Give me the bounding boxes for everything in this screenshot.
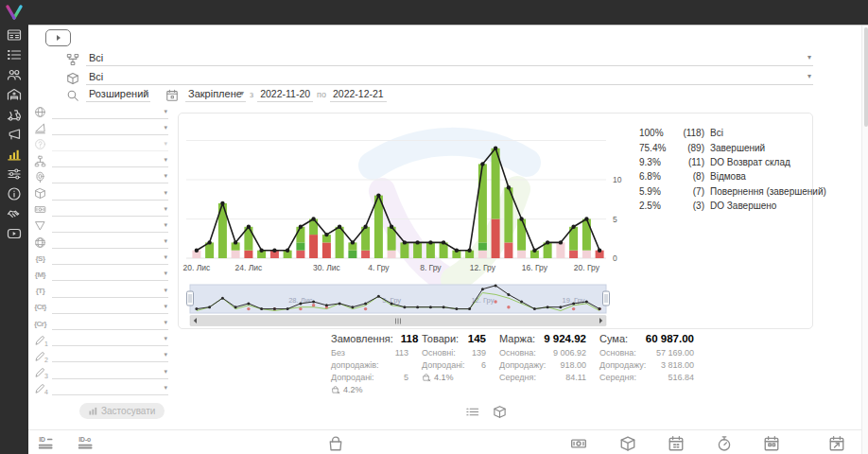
toolbar-stopwatch-icon[interactable] [714,435,735,452]
data-point[interactable] [286,249,289,253]
bar-segment[interactable] [232,251,240,258]
sidebar-item-orders-list-icon[interactable] [7,47,22,62]
data-point[interactable] [467,249,471,253]
bar-segment[interactable] [309,235,318,258]
data-point[interactable] [455,249,459,253]
toolbar-banknote-icon[interactable] [568,435,589,452]
view-toggle-cube-icon[interactable] [493,405,507,419]
filter-select[interactable]: ▾ [52,252,168,265]
bar-segment[interactable] [296,227,304,243]
legend-item[interactable]: 2.5% (3) DO Завершено [625,199,826,213]
data-point[interactable] [584,217,588,220]
data-point[interactable] [338,225,341,229]
bar-segment[interactable] [517,251,526,258]
date-from-input[interactable]: 2022-11-20 [257,88,313,102]
toolbar-cube-icon[interactable] [617,435,638,452]
filter-select[interactable]: ▾ [52,285,168,298]
navigator-handle-left[interactable] [187,291,194,306]
bar-segment[interactable] [348,251,356,258]
data-point[interactable] [532,249,536,253]
bar-segment[interactable] [244,251,252,258]
data-point[interactable] [207,240,211,244]
legend-item[interactable]: 6.8% (8) Відмова [625,169,826,183]
data-point[interactable] [195,249,199,253]
search-mode-select[interactable]: Розширений▾ [86,88,150,102]
tutorial-video-button[interactable] [45,29,71,46]
filter-select[interactable]: ▾ [52,301,168,314]
bar-segment[interactable] [478,242,487,250]
data-point[interactable] [428,240,432,244]
bar-segment[interactable] [374,196,383,258]
data-point[interactable] [299,225,303,229]
data-point[interactable] [220,201,224,205]
filter-select[interactable]: ▾ [52,268,168,281]
data-point[interactable] [559,240,563,244]
data-point[interactable] [442,240,445,244]
filter-select[interactable]: ▾ [52,187,168,201]
apply-button[interactable]: Застосувати [79,403,165,419]
navigator-handle-right[interactable] [603,291,610,306]
data-point[interactable] [351,240,355,244]
products-select[interactable]: Всі▾ [86,71,813,85]
data-point[interactable] [519,217,523,220]
toolbar-calendar-grid-icon[interactable] [761,435,782,452]
legend-item[interactable]: 9.3% (11) DO Возврат склад [625,155,826,169]
data-point[interactable] [363,225,367,229]
bar-segment[interactable] [296,251,304,258]
legend-item[interactable]: 100% (118) Всі [625,126,826,140]
toolbar-id-lines-icon[interactable]: ID [36,435,57,452]
filter-select[interactable]: ▾ [52,138,168,151]
data-point[interactable] [390,225,393,229]
data-point[interactable] [571,225,575,229]
bar-segment[interactable] [582,251,591,258]
bar-segment[interactable] [361,251,370,258]
data-point[interactable] [234,240,237,244]
sidebar-item-settings-sliders-icon[interactable] [7,166,22,182]
data-point[interactable] [247,225,251,229]
bar-segment[interactable] [413,242,422,258]
data-point[interactable] [415,240,419,244]
toolbar-bag-icon[interactable] [325,435,346,452]
bar-segment[interactable] [492,219,500,259]
bar-segment[interactable] [582,219,591,251]
bar-segment[interactable] [569,251,578,258]
bar-segment[interactable] [400,242,408,258]
toolbar-calendar-export-icon[interactable] [826,435,847,452]
data-point[interactable] [598,249,601,253]
sidebar-item-video-icon[interactable] [7,226,22,241]
period-select[interactable]: Закріплене▾ [185,88,246,102]
filter-select[interactable]: ▾ [52,317,168,330]
date-to-input[interactable]: 2022-12-21 [330,88,387,102]
app-logo[interactable] [5,3,24,22]
filter-select[interactable]: ▾ [52,154,168,167]
page-scrollbar[interactable] [861,25,868,454]
data-point[interactable] [324,233,328,236]
toolbar-id-o-lines-icon[interactable]: ID-o [76,435,96,452]
bar-segment[interactable] [517,219,526,251]
bar-segment[interactable] [504,242,512,258]
bar-segment[interactable] [388,251,396,258]
sidebar-item-cart-icon[interactable] [7,107,22,122]
legend-item[interactable]: 5.9% (7) Повернення (завершений) [625,184,826,199]
bar-segment[interactable] [322,242,331,258]
filter-select[interactable]: ▾ [52,170,168,183]
filter-select[interactable]: ▾ [52,203,168,217]
sidebar-item-info-icon[interactable] [7,186,22,201]
bar-segment[interactable] [426,242,435,258]
sidebar-item-partners-icon[interactable] [7,206,22,221]
filter-select[interactable]: ▾ [52,106,168,119]
filter-select[interactable]: ▾ [52,236,168,249]
data-point[interactable] [311,217,315,220]
filter-select[interactable]: ▾ [52,219,168,233]
filter-select[interactable]: ▾ [52,122,168,135]
data-point[interactable] [480,162,484,166]
data-point[interactable] [507,185,511,189]
view-toggle-list-icon[interactable] [465,405,479,419]
data-point[interactable] [403,240,407,244]
sidebar-item-announce-icon[interactable] [7,127,22,142]
bar-segment[interactable] [478,251,487,258]
sidebar-item-warehouse-icon[interactable] [7,87,22,102]
toolbar-calendar-date-icon[interactable] [666,435,686,452]
sidebar-item-customers-icon[interactable] [7,67,22,82]
filter-select[interactable]: ▾ [52,333,168,346]
